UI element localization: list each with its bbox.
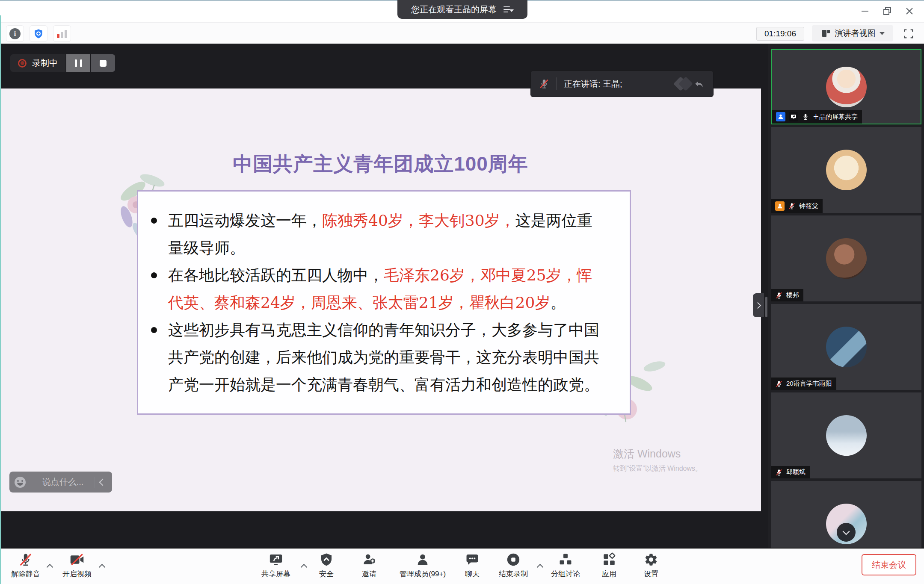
participant-tile[interactable]: 邱颖斌 [771, 392, 921, 478]
settings-button[interactable]: 设置 [628, 552, 675, 579]
mic-muted-icon [788, 202, 796, 210]
watching-banner[interactable]: 您正在观看王晶的屏幕 [397, 0, 527, 19]
invite-label: 邀请 [362, 569, 376, 579]
windows-activation-watermark: 激活 Windows 转到“设置”以激活 Windows。 [613, 447, 702, 473]
restore-button[interactable] [876, 0, 898, 22]
bottom-toolbar: 解除静音 开启视频 共享屏幕 安全 [0, 548, 924, 584]
avatar [826, 415, 867, 456]
meeting-timer: 01:19:06 [756, 27, 804, 41]
mute-options-button[interactable] [45, 562, 54, 571]
shared-screen-slide: 中国共产主义青年团成立100周年 [0, 88, 761, 511]
start-video-label: 开启视频 [62, 569, 92, 579]
active-speaker-text: 正在讲话: 王晶; [564, 78, 622, 90]
apps-button[interactable]: 应用 [586, 552, 633, 579]
mic-muted-icon [775, 292, 783, 299]
recording-label: 录制中 [32, 57, 58, 69]
bullet-item: 这些初步具有马克思主义信仰的青年知识分子，大多参与了中国共产党的创建，后来他们成… [150, 316, 604, 398]
layout-icon [821, 28, 831, 38]
participant-tile[interactable]: 王晶的屏幕共享 [771, 49, 921, 124]
chevron-down-icon [843, 528, 850, 535]
start-video-button[interactable]: 开启视频 [53, 552, 101, 579]
meeting-security-button[interactable] [30, 25, 47, 42]
participant-tile[interactable]: 钟筱棠 [771, 127, 921, 213]
settings-gear-icon [644, 552, 658, 567]
participant-tile[interactable]: 楼邦 [771, 215, 921, 301]
screen-share-icon [269, 552, 283, 567]
apps-label: 应用 [602, 569, 616, 579]
chat-bubble-icon [465, 552, 480, 567]
members-icon [415, 552, 430, 567]
scroll-down-button[interactable] [837, 523, 856, 542]
video-options-button[interactable] [98, 562, 106, 571]
stop-record-icon [506, 552, 521, 567]
invite-button[interactable]: 邀请 [346, 552, 393, 579]
breakout-label: 分组讨论 [551, 569, 580, 579]
chat-placeholder[interactable]: 说点什么... [36, 476, 89, 488]
info-icon: i [9, 28, 21, 39]
avatar [826, 150, 867, 190]
bullet-item: 五四运动爆发这一年，陈独秀40岁，李大钊30岁，这是两位重量级导师。 [150, 207, 604, 262]
settings-label: 设置 [644, 569, 658, 579]
watching-banner-text: 您正在观看王晶的屏幕 [411, 4, 497, 15]
camera-muted-icon [69, 552, 85, 567]
banner-menu-icon[interactable] [503, 6, 514, 13]
minimize-button[interactable] [854, 0, 876, 22]
meeting-window: 您正在观看王晶的屏幕 i 01:19:06 [0, 0, 924, 584]
network-signal-button[interactable] [53, 25, 71, 42]
panel-collapse-handle[interactable] [753, 293, 764, 317]
participant-name: 钟筱棠 [799, 202, 818, 210]
stop-record-button[interactable]: 结束录制 [490, 552, 537, 579]
chevron-right-icon [754, 302, 761, 309]
breakout-icon [558, 552, 573, 567]
panel-resize-handle[interactable] [765, 297, 767, 317]
window-left-edge [0, 15, 1, 584]
share-screen-label: 共享屏幕 [261, 569, 290, 579]
share-screen-button[interactable]: 共享屏幕 [252, 552, 299, 579]
security-button[interactable]: 安全 [303, 552, 350, 579]
participant-tile[interactable]: 20语言学韦雨阳 [771, 304, 921, 390]
fullscreen-button[interactable] [901, 26, 916, 41]
chat-button[interactable]: 聊天 [449, 552, 496, 579]
mic-muted-icon [775, 380, 783, 388]
participant-name: 王晶的屏幕共享 [813, 113, 858, 121]
chat-input[interactable]: 说点什么... [9, 472, 112, 493]
avatar [826, 327, 867, 367]
reply-arrow-icon [693, 77, 705, 90]
participant-name: 邱颖斌 [786, 468, 806, 476]
banner-decoration [675, 77, 705, 90]
manage-members-button[interactable]: 管理成员(99+) [391, 552, 455, 579]
meeting-control-row: i 01:19:06 演讲者视图 [0, 22, 924, 44]
signal-icon [57, 29, 67, 38]
unmute-label: 解除静音 [11, 569, 40, 579]
participant-name: 楼邦 [786, 291, 799, 299]
participants-sidebar: 王晶的屏幕共享 钟筱棠 [768, 44, 924, 548]
close-button[interactable] [898, 0, 921, 22]
smiley-icon[interactable] [15, 477, 26, 488]
breakout-rooms-button[interactable]: 分组讨论 [542, 552, 589, 579]
avatar [826, 238, 867, 279]
shield-plus-icon [33, 28, 44, 39]
participant-namebar: 钟筱棠 [771, 199, 823, 213]
chevron-left-icon[interactable] [99, 478, 107, 486]
security-shield-icon [319, 552, 334, 567]
mic-icon [802, 113, 809, 121]
participant-namebar: 王晶的屏幕共享 [772, 110, 862, 124]
view-selector[interactable]: 演讲者视图 [812, 25, 893, 41]
person-badge-icon [776, 112, 785, 121]
stage: 中国共产主义青年团成立100周年 [0, 44, 768, 548]
chat-label: 聊天 [465, 569, 480, 579]
recording-indicator: 录制中 [10, 54, 115, 72]
divider [95, 477, 95, 488]
meeting-info-button[interactable]: i [6, 25, 24, 42]
pause-recording-button[interactable] [66, 54, 90, 72]
mic-muted-icon [539, 78, 550, 89]
unmute-button[interactable]: 解除静音 [2, 552, 49, 579]
end-meeting-button[interactable]: 结束会议 [862, 554, 916, 575]
stop-record-label: 结束录制 [499, 569, 528, 579]
watermark-line2: 转到“设置”以激活 Windows。 [613, 464, 702, 473]
participant-namebar: 邱颖斌 [771, 466, 810, 478]
participant-name: 20语言学韦雨阳 [786, 380, 832, 388]
participant-namebar: 楼邦 [771, 289, 803, 301]
watermark-line1: 激活 Windows [613, 447, 702, 461]
stop-recording-button[interactable] [91, 54, 115, 72]
